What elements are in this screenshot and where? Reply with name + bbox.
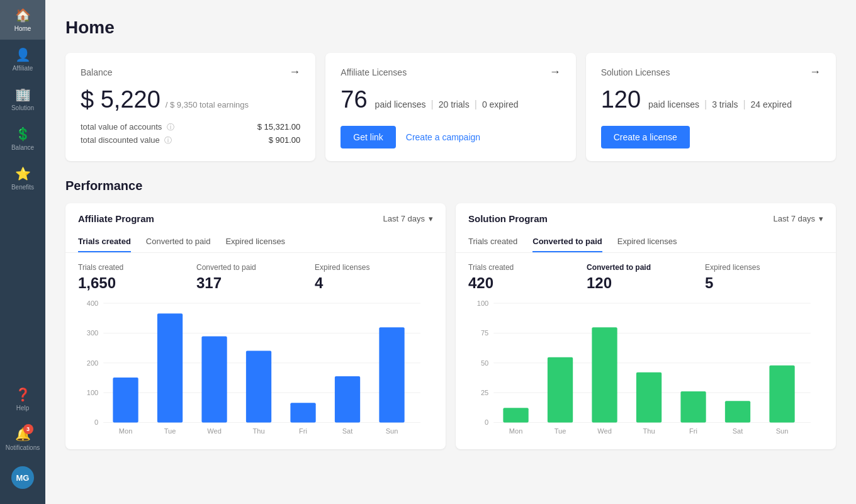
solution-tab-converted[interactable]: Converted to paid [532,232,602,252]
solution-licenses-arrow-link[interactable]: → [809,65,821,79]
balance-amount: $ 5,220 [81,86,160,113]
sol-bar-sun [769,366,794,423]
bar-sun [379,327,404,422]
performance-title: Performance [65,179,836,193]
balance-card: Balance → $ 5,220 / $ 9,350 total earnin… [65,53,315,161]
solution-trials: 3 trials [712,99,738,109]
help-icon: ❓ [15,387,31,402]
solution-stat-expired: Expired licenses 5 [705,263,823,292]
affiliate-period-label: Last 7 days [383,214,425,223]
sidebar: 🏠 Home 👤 Affiliate 🏢 Solution 💲 Balance … [0,0,45,504]
affiliate-stat-converted: Converted to paid 317 [196,263,315,292]
affiliate-licenses-number: 76 [341,86,367,113]
affiliate-program-header: Affiliate Program Last 7 days ▾ [65,203,446,224]
affiliate-licenses-card-header: Affiliate Licenses → [341,65,560,79]
sidebar-item-help[interactable]: ❓ Help [0,379,45,419]
solution-chart: 100 75 50 25 0 [456,297,836,449]
create-license-button[interactable]: Create a license [601,126,690,148]
svg-text:75: 75 [481,329,488,337]
sol-bar-tue [548,357,573,423]
solution-program-header: Solution Program Last 7 days ▾ [456,203,836,224]
total-discounted-amount: $ 901.00 [269,135,301,146]
affiliate-licenses-arrow-link[interactable]: → [549,65,561,79]
affiliate-action-buttons: Get link Create a campaign [341,126,560,148]
affiliate-licenses-card: Affiliate Licenses → 76 paid licenses | … [325,53,575,161]
sol-bar-thu [636,372,662,423]
bar-sat [335,376,360,423]
solution-period-chevron: ▾ [819,214,823,223]
svg-text:Sun: Sun [386,427,398,435]
sidebar-item-balance[interactable]: 💲 Balance [0,119,45,159]
svg-text:200: 200 [87,359,98,367]
svg-text:50: 50 [481,359,488,367]
solution-period-selector[interactable]: Last 7 days ▾ [774,214,824,223]
total-value-info-icon[interactable]: ⓘ [167,123,174,132]
sol-bar-fri [680,391,706,422]
balance-icon: 💲 [15,126,31,142]
svg-text:Mon: Mon [509,427,523,435]
svg-text:25: 25 [481,389,488,396]
solution-stat-trials: Trials created 420 [468,263,587,292]
svg-text:Fri: Fri [299,427,307,435]
affiliate-licenses-stats: 76 paid licenses | 20 trials | 0 expired [341,86,560,113]
sol-bar-mon [503,408,528,422]
balance-card-title: Balance [81,67,113,77]
sidebar-item-home[interactable]: 🏠 Home [0,0,45,40]
sol-bar-sat [725,401,750,422]
solution-stat-converted: Converted to paid 120 [587,263,705,292]
sidebar-label-solution: Solution [11,104,34,111]
sidebar-item-affiliate[interactable]: 👤 Affiliate [0,40,45,79]
affiliate-period-selector[interactable]: Last 7 days ▾ [383,214,434,223]
home-icon: 🏠 [15,8,31,23]
affiliate-tab-converted[interactable]: Converted to paid [146,232,211,252]
total-discounted-row: total discounted value ⓘ $ 901.00 [81,135,300,146]
svg-text:Tue: Tue [164,427,176,435]
sidebar-label-home: Home [14,25,31,32]
create-campaign-button[interactable]: Create a campaign [406,132,480,142]
solution-expired: 24 expired [751,99,792,109]
solution-licenses-title: Solution Licenses [601,67,670,77]
total-value-label: total value of accounts ⓘ [81,122,174,133]
summary-cards: Balance → $ 5,220 / $ 9,350 total earnin… [65,53,836,161]
svg-text:Sat: Sat [342,427,353,435]
affiliate-bar-chart: 400 300 200 100 0 [78,297,433,437]
affiliate-stat-expired: Expired licenses 4 [315,263,433,292]
bar-thu [246,351,271,423]
svg-text:100: 100 [477,300,488,307]
svg-text:0: 0 [94,418,98,426]
balance-arrow-link[interactable]: → [289,65,300,79]
affiliate-tab-expired[interactable]: Expired licenses [225,232,285,252]
sidebar-label-help: Help [16,405,30,412]
bar-fri [290,403,315,422]
notification-badge: 3 [23,424,33,434]
sidebar-label-balance: Balance [11,144,34,151]
svg-text:100: 100 [87,389,98,396]
main-content: Home Balance → $ 5,220 / $ 9,350 total e… [45,0,856,504]
bar-mon [113,378,138,423]
affiliate-tab-trials[interactable]: Trials created [78,232,131,252]
solution-period-label: Last 7 days [774,214,816,223]
solution-icon: 🏢 [15,87,31,102]
sidebar-item-avatar[interactable]: MG [0,459,45,504]
affiliate-period-chevron: ▾ [429,214,433,223]
get-link-button[interactable]: Get link [341,126,395,148]
sol-sep2: | [743,99,745,110]
balance-card-header: Balance → [81,65,300,79]
affiliate-program-card: Affiliate Program Last 7 days ▾ Trials c… [65,203,446,449]
sidebar-item-notifications[interactable]: 🔔 3 Notifications [0,419,45,459]
solution-licenses-card-header: Solution Licenses → [601,65,821,79]
total-value-row: total value of accounts ⓘ $ 15,321.00 [81,122,300,133]
affiliate-trials: 20 trials [439,99,470,109]
svg-text:300: 300 [87,329,98,337]
solution-tab-trials[interactable]: Trials created [468,232,517,252]
affiliate-chart: 400 300 200 100 0 [65,297,446,449]
balance-amount-row: $ 5,220 / $ 9,350 total earnings [81,86,300,113]
total-discounted-info-icon[interactable]: ⓘ [164,136,172,145]
total-value-amount: $ 15,321.00 [257,122,301,133]
sidebar-item-benefits[interactable]: ⭐ Benefits [0,159,45,198]
svg-text:Tue: Tue [555,427,566,435]
solution-licenses-number: 120 [601,86,641,113]
solution-tab-expired[interactable]: Expired licenses [617,232,677,252]
bar-tue [157,313,183,422]
sidebar-item-solution[interactable]: 🏢 Solution [0,79,45,119]
